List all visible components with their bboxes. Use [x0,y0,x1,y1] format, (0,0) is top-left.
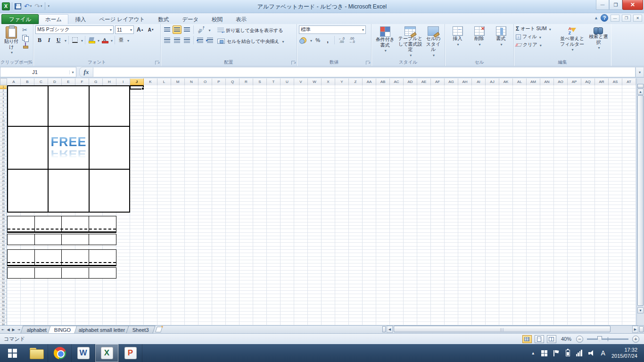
cell-styles-button[interactable]: セルのスタイル [424,25,443,59]
selected-cell-j1[interactable] [130,85,144,90]
row-header-58[interactable]: 58 [0,300,7,304]
row-header-14[interactable]: 14 [0,134,7,138]
column-header-G[interactable]: G [89,78,103,85]
fill-color-dropdown[interactable] [97,37,99,43]
paste-dropdown[interactable] [10,49,13,56]
increase-decimal-button[interactable]: ←.0.00 [337,36,346,44]
row-header-21[interactable]: 21 [0,161,7,165]
zoom-level[interactable]: 40% [561,336,571,342]
row-header-54[interactable]: 54 [0,285,7,289]
page-layout-view-button[interactable] [535,335,544,343]
column-header-W[interactable]: W [308,78,322,85]
column-header-C[interactable]: C [34,78,48,85]
font-name-combo[interactable]: MS Pゴシック ▾ [35,25,114,34]
row-header-41[interactable]: 41 [0,236,7,240]
align-middle-button[interactable] [173,25,182,34]
workbook-close-button[interactable] [633,15,642,22]
zoom-in-button[interactable]: + [632,336,639,343]
currency-dropdown[interactable] [309,37,312,43]
clear-button[interactable]: クリア [516,41,556,48]
wrap-text-button[interactable]: 折り返して全体を表示する [217,25,284,35]
align-bottom-button[interactable] [182,25,191,34]
column-header-F[interactable]: F [75,78,89,85]
paste-button[interactable]: 貼り付け [2,25,21,59]
ribbon-tab-校閲[interactable]: 校閲 [205,14,229,24]
horizontal-scroll-thumb[interactable]: ||| [394,326,611,332]
column-header-AP[interactable]: AP [568,78,581,85]
underline-dropdown[interactable] [64,37,66,43]
practice-ruled-row[interactable] [7,249,116,266]
row-header-47[interactable]: 47 [0,259,7,263]
row-header-56[interactable]: 56 [0,293,7,296]
ribbon-tab-表示[interactable]: 表示 [229,14,253,24]
column-header-E[interactable]: E [62,78,75,85]
windows-tray-icon[interactable] [541,350,547,356]
cell-styles-dropdown[interactable] [432,52,435,58]
column-header-D[interactable]: D [48,78,62,85]
row-header-18[interactable]: 18 [0,149,7,153]
column-header-AO[interactable]: AO [554,78,568,85]
autosum-dropdown[interactable] [548,26,551,32]
column-header-A[interactable]: A [7,78,21,85]
row-header-29[interactable]: 29 [0,191,7,195]
scroll-left-arrow[interactable]: ◀ [387,326,393,333]
row-header-17[interactable]: 17 [0,146,7,149]
row-header-50[interactable]: 50 [0,270,7,274]
row-header-5[interactable]: 5 [0,100,7,104]
row-header-53[interactable]: 53 [0,281,7,285]
borders-dropdown[interactable] [80,37,83,43]
column-header-AB[interactable]: AB [376,78,390,85]
bingo-cell[interactable] [90,170,129,212]
formula-input[interactable] [93,67,636,77]
ribbon-tab-挿入[interactable]: 挿入 [68,14,92,24]
font-size-dropdown[interactable]: ▾ [130,28,132,32]
battery-icon[interactable] [566,350,570,356]
sheet-tab-alphabet-small-letter[interactable]: alphabet small letter [72,326,132,333]
delete-cells-dropdown[interactable] [478,41,480,48]
row-header-33[interactable]: 33 [0,206,7,210]
column-header-AJ[interactable]: AJ [486,78,499,85]
column-header-M[interactable]: M [171,78,185,85]
underline-button[interactable]: U [54,36,63,44]
format-as-table-button[interactable]: テーブルとして書式設定 [398,25,423,59]
column-header-AR[interactable]: AR [595,78,609,85]
align-right-button[interactable] [182,36,191,44]
sort-filter-dropdown[interactable] [571,47,574,53]
column-header-AM[interactable]: AM [527,78,540,85]
row-header-62[interactable]: 62 [0,315,7,319]
practice-plain-row[interactable] [7,234,116,245]
row-header-35[interactable]: 35 [0,214,7,217]
row-header-13[interactable]: 13 [0,131,7,134]
row-header-43[interactable]: 43 [0,244,7,247]
conditional-formatting-dropdown[interactable] [384,48,387,54]
column-header-T[interactable]: T [267,78,281,85]
minimize-button[interactable] [596,0,609,10]
row-header-8[interactable]: 8 [0,112,7,115]
next-sheet-icon[interactable]: ▶ [12,328,15,332]
row-header-40[interactable]: 40 [0,232,7,236]
select-all-corner[interactable] [0,78,7,85]
orientation-button[interactable]: ab↗ [196,25,207,34]
row-header-28[interactable]: 28 [0,187,7,191]
bingo-cell[interactable] [8,127,49,170]
column-header-AT[interactable]: AT [622,78,636,85]
row-header-38[interactable]: 38 [0,225,7,229]
row-header-26[interactable]: 26 [0,180,7,183]
column-header-J[interactable]: J [130,78,144,85]
action-center-flag-icon[interactable] [553,350,560,356]
clipboard-dialog-launcher[interactable] [28,61,32,65]
taskbar-app-chrome[interactable] [48,344,72,362]
grow-font-button[interactable]: A▲ [135,25,145,34]
horizontal-resize-grip[interactable] [639,326,644,332]
row-header-36[interactable]: 36 [0,217,7,221]
phonetic-button[interactable]: 亜 [117,36,125,44]
sheet-grid[interactable]: FREE FREE [7,85,636,325]
row-header-20[interactable]: 20 [0,157,7,161]
column-header-Q[interactable]: Q [226,78,239,85]
format-cells-button[interactable]: 書式 [492,25,511,59]
column-header-AL[interactable]: AL [513,78,527,85]
row-header-37[interactable]: 37 [0,221,7,225]
practice-plain-row[interactable] [7,267,116,279]
bingo-cell-free[interactable]: FREE FREE [49,127,90,170]
column-header-AS[interactable]: AS [609,78,622,85]
